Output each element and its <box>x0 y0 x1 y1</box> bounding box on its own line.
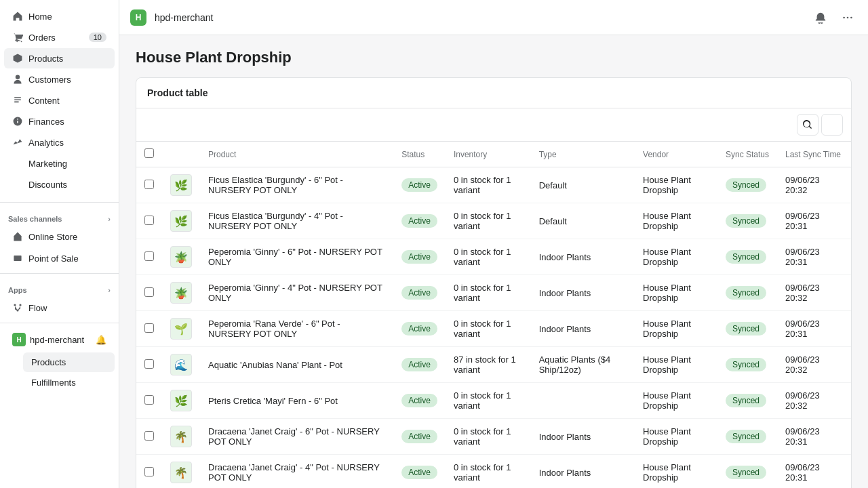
sidebar-item-label: Discounts <box>28 180 67 190</box>
row-checkbox-cell <box>136 239 162 275</box>
sidebar-item-flow[interactable]: Flow <box>4 298 115 318</box>
product-name[interactable]: Peperomia 'Ginny' - 4" Pot - NURSERY POT… <box>208 283 382 303</box>
svg-point-1 <box>14 304 16 306</box>
sidebar-item-orders[interactable]: Orders 10 <box>4 27 115 47</box>
row-checkbox-cell <box>136 347 162 383</box>
sidebar-item-home[interactable]: Home <box>4 6 115 26</box>
row-type-cell: Default <box>531 167 635 203</box>
topbar-actions <box>811 8 857 27</box>
product-name[interactable]: Peperomia 'Rana Verde' - 6" Pot - NURSER… <box>208 319 340 339</box>
sidebar-item-label: Content <box>28 96 60 106</box>
sidebar-item-online-store[interactable]: Online Store <box>4 226 115 247</box>
sync-badge: Synced <box>726 250 766 264</box>
filter-button[interactable] <box>821 114 843 136</box>
table-toolbar <box>136 108 851 142</box>
row-vendor-cell: House Plant Dropship <box>635 275 717 311</box>
row-checkbox-6[interactable] <box>144 395 154 405</box>
sidebar-item-label: Orders <box>28 33 56 43</box>
row-checkbox-3[interactable] <box>144 287 154 297</box>
apps-section: Apps › <box>0 278 119 297</box>
row-last-sync-cell: 09/06/23 20:32 <box>777 383 851 419</box>
col-sync-status: Sync Status <box>717 142 777 167</box>
row-checkbox-2[interactable] <box>144 251 154 261</box>
notification-button[interactable] <box>811 8 830 27</box>
row-checkbox-cell <box>136 275 162 311</box>
product-name[interactable]: Pteris Cretica 'Mayi' Fern - 6" Pot <box>208 396 338 406</box>
product-name[interactable]: Ficus Elastica 'Burgundy' - 6" Pot - NUR… <box>208 175 343 195</box>
col-vendor: Vendor <box>635 142 717 167</box>
sidebar-item-content[interactable]: Content <box>4 90 115 110</box>
row-vendor-cell: House Plant Dropship <box>635 203 717 239</box>
row-image-cell: 🌿 <box>162 383 200 419</box>
row-checkbox-0[interactable] <box>144 180 154 189</box>
sidebar-sub-item-fulfillments[interactable]: Fulfillments <box>23 373 115 392</box>
product-name[interactable]: Dracaena 'Janet Craig' - 6" Pot - NURSER… <box>208 426 380 447</box>
store-sub-nav: Products Fulfillments <box>0 352 119 393</box>
table-row: 🌿 Ficus Elastica 'Burgundy' - 4" Pot - N… <box>136 203 851 239</box>
sidebar-item-label: Home <box>28 12 52 22</box>
row-checkbox-8[interactable] <box>144 467 154 476</box>
col-type: Type <box>531 142 635 167</box>
row-sync-status-cell: Synced <box>717 383 777 419</box>
sidebar-item-label: Customers <box>28 75 71 85</box>
product-name[interactable]: Ficus Elastica 'Burgundy' - 4" Pot - NUR… <box>208 211 343 231</box>
row-type-cell: Aquatic Plants ($4 Ship/12oz) <box>531 347 635 383</box>
row-sync-status-cell: Synced <box>717 239 777 275</box>
row-last-sync-cell: 09/06/23 20:32 <box>777 347 851 383</box>
row-last-sync-cell: 09/06/23 20:32 <box>777 275 851 311</box>
col-last-sync: Last Sync Time <box>777 142 851 167</box>
row-sync-status-cell: Synced <box>717 203 777 239</box>
row-name-cell: Dracaena 'Janet Craig' - 6" Pot - NURSER… <box>200 419 393 455</box>
svg-point-2 <box>19 304 21 306</box>
sidebar-item-analytics[interactable]: Analytics <box>4 132 115 152</box>
row-inventory-cell: 0 in stock for 1 variant <box>446 239 531 275</box>
product-name[interactable]: Dracaena 'Janet Craig' - 4" Pot - NURSER… <box>208 462 380 483</box>
row-image-cell: 🌱 <box>162 311 200 347</box>
more-button[interactable] <box>838 8 857 27</box>
sidebar-item-label: Products <box>28 54 63 64</box>
product-name[interactable]: Peperomia 'Ginny' - 6" Pot - NURSERY POT… <box>208 247 382 267</box>
marketing-icon <box>12 158 23 169</box>
row-checkbox-7[interactable] <box>144 431 154 441</box>
sidebar-sub-item-products[interactable]: Products <box>23 352 115 372</box>
table-row: 🌴 Dracaena 'Janet Craig' - 6" Pot - NURS… <box>136 419 851 455</box>
search-button[interactable] <box>797 114 818 136</box>
row-checkbox-1[interactable] <box>144 216 154 225</box>
row-last-sync-cell: 09/06/23 20:31 <box>777 419 851 455</box>
sync-badge: Synced <box>726 322 766 336</box>
sidebar-item-discounts[interactable]: Discounts <box>4 174 115 195</box>
sync-badge: Synced <box>726 430 766 443</box>
sidebar: Home Orders 10 Products Customers Cont <box>0 0 119 488</box>
sync-badge: Synced <box>726 214 766 228</box>
row-last-sync-cell: 09/06/23 20:31 <box>777 239 851 275</box>
col-inventory: Inventory <box>446 142 531 167</box>
row-checkbox-4[interactable] <box>144 323 154 333</box>
row-sync-status-cell: Synced <box>717 455 777 489</box>
row-vendor-cell: House Plant Dropship <box>635 419 717 455</box>
row-image-cell: 🌿 <box>162 203 200 239</box>
status-badge: Active <box>401 250 437 264</box>
row-inventory-cell: 0 in stock for 1 variant <box>446 167 531 203</box>
row-image-cell: 🪴 <box>162 239 200 275</box>
product-name[interactable]: Aquatic 'Anubias Nana' Plant - Pot <box>208 360 342 370</box>
sidebar-item-customers[interactable]: Customers <box>4 69 115 89</box>
svg-rect-0 <box>14 256 21 261</box>
sidebar-item-point-of-sale[interactable]: Point of Sale <box>4 248 115 268</box>
topbar: H hpd-merchant <box>119 0 868 35</box>
row-inventory-cell: 0 in stock for 1 variant <box>446 455 531 489</box>
select-all-checkbox[interactable] <box>144 148 154 158</box>
row-checkbox-5[interactable] <box>144 359 154 369</box>
customers-icon <box>12 74 23 85</box>
status-badge: Active <box>401 322 437 336</box>
row-type-cell <box>531 383 635 419</box>
sidebar-item-marketing[interactable]: Marketing <box>4 153 115 174</box>
sidebar-item-finances[interactable]: Finances <box>4 111 115 131</box>
product-tbody: 🌿 Ficus Elastica 'Burgundy' - 6" Pot - N… <box>136 167 851 489</box>
sidebar-store-item[interactable]: H hpd-merchant 🔔 <box>4 328 115 351</box>
bell-icon[interactable]: 🔔 <box>96 335 106 345</box>
sidebar-item-products[interactable]: Products <box>4 48 115 68</box>
sidebar-item-label: Marketing <box>28 159 67 169</box>
product-image: 🌿 <box>170 210 192 232</box>
col-status: Status <box>393 142 446 167</box>
sidebar-item-label: Analytics <box>28 138 64 148</box>
